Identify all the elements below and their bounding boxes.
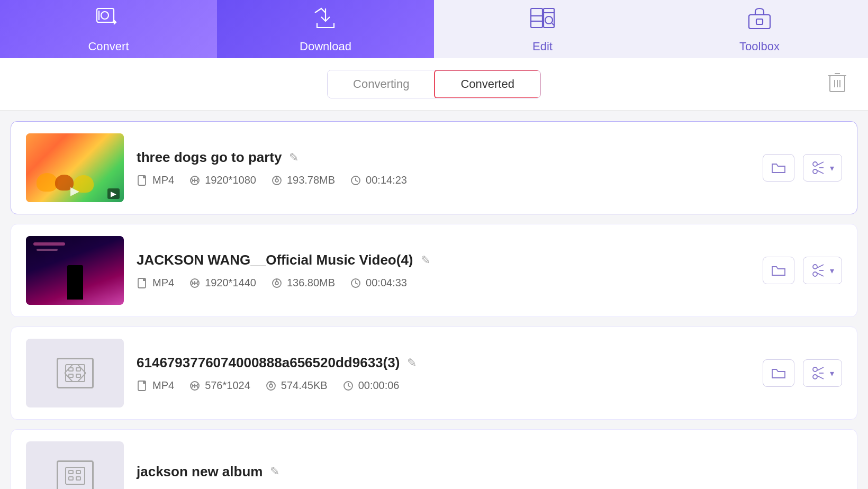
- file-rename-icon-2[interactable]: ✎: [421, 253, 430, 267]
- file-rename-icon-3[interactable]: ✎: [407, 356, 417, 370]
- svg-point-4: [545, 16, 553, 24]
- meta-size-2: 136.80MB: [271, 277, 335, 289]
- file-actions-1: ▾: [763, 154, 842, 182]
- file-name-row-3: 6146793776074000888a656520dd9633(3) ✎: [137, 355, 750, 371]
- sub-tabs-bar: Converting Converted: [0, 58, 868, 111]
- file-name-2: JACKSON WANG__Official Music Video(4): [137, 252, 413, 268]
- scissors-dropdown-arrow-1: ▾: [830, 163, 834, 173]
- file-card-4: jackson new album ✎: [11, 429, 857, 489]
- content-area: ▶ three dogs go to party ✎ MP4 1920*1080: [0, 111, 868, 489]
- meta-resolution-2: 1920*1440: [189, 277, 256, 289]
- size-icon-2: [271, 277, 283, 289]
- meta-format-3: MP4: [137, 379, 174, 392]
- file-actions-2: ▾: [763, 257, 842, 284]
- folder-icon-2: [771, 262, 786, 278]
- meta-format-2: MP4: [137, 277, 174, 289]
- meta-resolution-1: 1920*1080: [189, 174, 256, 186]
- meta-format-1: MP4: [137, 174, 174, 186]
- file-name-row-1: three dogs go to party ✎: [137, 149, 750, 166]
- scissors-icon-2: [811, 262, 827, 278]
- delete-all-button[interactable]: [828, 71, 847, 97]
- folder-icon-1: [771, 160, 786, 176]
- svg-point-11: [275, 179, 278, 182]
- meta-duration-3: 00:00:06: [342, 379, 400, 392]
- file-name-1: three dogs go to party: [137, 149, 282, 166]
- svg-point-31: [269, 384, 273, 387]
- meta-size-1: 193.78MB: [271, 174, 335, 186]
- svg-rect-36: [69, 470, 73, 474]
- tab-converted[interactable]: Converted: [434, 70, 541, 98]
- svg-rect-39: [76, 477, 80, 480]
- svg-point-34: [813, 375, 817, 379]
- meta-duration-2: 00:04:33: [350, 277, 407, 289]
- size-icon-3: [265, 380, 277, 392]
- nav-item-edit[interactable]: Edit: [434, 0, 651, 58]
- nav-item-convert[interactable]: Convert: [0, 0, 217, 58]
- file-rename-icon-1[interactable]: ✎: [289, 151, 299, 165]
- file-meta-3: MP4 576*1024 574.45KB 00:00:06: [137, 379, 750, 392]
- top-navigation: Convert Download Edit: [0, 0, 868, 58]
- file-meta-1: MP4 1920*1080 193.78MB 00:14:23: [137, 174, 750, 186]
- svg-point-18: [275, 282, 278, 285]
- file-name-row-4: jackson new album ✎: [137, 464, 842, 480]
- edit-nav-icon: [529, 5, 556, 35]
- svg-point-33: [813, 367, 817, 372]
- nav-label-toolbox: Toolbox: [739, 40, 780, 53]
- file-card-3: 6146793776074000888a656520dd9633(3) ✎ MP…: [11, 327, 857, 420]
- tab-converting[interactable]: Converting: [328, 70, 435, 98]
- convert-icon: [95, 5, 122, 35]
- svg-rect-35: [66, 467, 85, 484]
- thumbnail-4: [26, 441, 124, 489]
- file-name-3: 6146793776074000888a656520dd9633(3): [137, 355, 400, 371]
- open-folder-button-2[interactable]: [763, 257, 794, 284]
- svg-point-21: [813, 272, 817, 276]
- svg-rect-24: [76, 368, 80, 371]
- svg-rect-26: [76, 374, 80, 377]
- placeholder-play-icon-3: [57, 358, 94, 388]
- open-folder-button-3[interactable]: [763, 359, 794, 387]
- svg-rect-22: [66, 365, 85, 382]
- svg-point-14: [813, 169, 817, 174]
- nav-label-download: Download: [300, 40, 351, 53]
- resolution-icon-3: [189, 380, 201, 392]
- nav-item-toolbox[interactable]: Toolbox: [651, 0, 868, 58]
- resolution-icon-1: [189, 175, 201, 186]
- file-card-1: ▶ three dogs go to party ✎ MP4 1920*1080: [11, 121, 857, 214]
- scissors-dropdown-arrow-3: ▾: [830, 368, 834, 378]
- figure-silhouette-2: [67, 265, 83, 300]
- thumbnail-3: [26, 339, 124, 408]
- scissors-icon-3: [811, 365, 827, 381]
- file-info-4: jackson new album ✎: [137, 464, 842, 488]
- nav-item-download[interactable]: Download: [217, 0, 434, 58]
- download-icon: [312, 5, 339, 35]
- open-folder-button-1[interactable]: [763, 154, 794, 182]
- file-meta-2: MP4 1920*1440 136.80MB 00:04:33: [137, 277, 750, 289]
- file-rename-icon-4[interactable]: ✎: [270, 465, 279, 478]
- nav-label-convert: Convert: [88, 40, 129, 53]
- svg-point-13: [813, 162, 817, 166]
- file-icon-3: [137, 380, 148, 392]
- clock-icon-1: [350, 175, 361, 186]
- file-info-1: three dogs go to party ✎ MP4 1920*1080 1…: [137, 149, 750, 186]
- svg-rect-38: [69, 477, 73, 480]
- thumbnail-2: [26, 236, 124, 305]
- edit-clip-button-2[interactable]: ▾: [803, 257, 842, 284]
- edit-clip-button-3[interactable]: ▾: [803, 359, 842, 387]
- meta-size-3: 574.45KB: [265, 379, 328, 392]
- thumbnail-1: ▶: [26, 133, 124, 202]
- file-icon-1: [137, 175, 148, 186]
- nav-label-edit: Edit: [532, 40, 553, 53]
- file-info-3: 6146793776074000888a656520dd9633(3) ✎ MP…: [137, 355, 750, 392]
- file-actions-3: ▾: [763, 359, 842, 387]
- svg-rect-2: [531, 8, 542, 28]
- svg-rect-25: [69, 374, 73, 377]
- svg-point-1: [101, 12, 108, 19]
- svg-rect-37: [76, 470, 80, 474]
- meta-duration-1: 00:14:23: [350, 174, 407, 186]
- toolbox-icon: [746, 5, 773, 35]
- svg-marker-27: [65, 365, 86, 382]
- folder-icon-3: [771, 365, 786, 381]
- edit-clip-button-1[interactable]: ▾: [803, 154, 842, 182]
- file-name-row-2: JACKSON WANG__Official Music Video(4) ✎: [137, 252, 750, 268]
- clock-icon-2: [350, 277, 361, 289]
